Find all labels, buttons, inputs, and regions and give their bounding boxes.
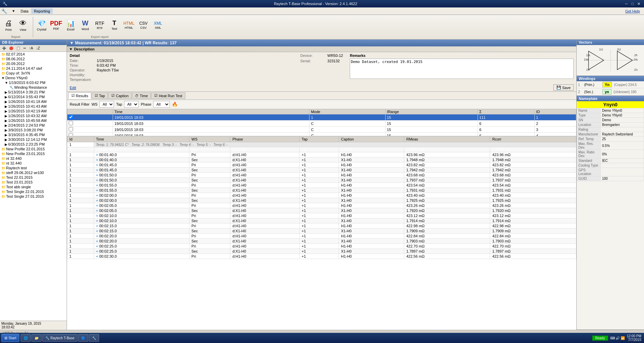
results-data-row[interactable]: 1 + 00:02:10.0 Pri d:H1-H0 +1 H1-H0 423.… — [67, 213, 576, 218]
results-data-row[interactable]: 1 + 00:02:20.0 Sec d:X1-H0 +1 X1-H0 1.79… — [67, 239, 576, 244]
col-tap-header[interactable]: Tap — [299, 136, 339, 142]
expand-icon[interactable]: + — [96, 153, 98, 157]
db-tree-item[interactable]: ▶1/26/2015 10:41:43 AM — [0, 104, 67, 109]
col-mode[interactable]: Mode — [309, 109, 385, 114]
expand-icon[interactable]: + — [96, 214, 98, 218]
results-data-row[interactable]: 1 + 00:02:15.0 Pri d:H1-H0 +1 H1-H0 422.… — [67, 223, 576, 229]
start-button[interactable]: ⊞ Start — [1, 334, 19, 342]
expand-icon[interactable]: + — [96, 219, 98, 223]
ws-filter-select[interactable]: All123 — [99, 101, 114, 108]
db-tree-item[interactable]: ▼1/19/2015 6:03:42 PM — [0, 80, 67, 85]
col-time[interactable]: Time — [113, 109, 309, 114]
results-data-row[interactable]: 1 + 00:02:00.0 Pri d:H1-H0 +1 H1-H0 423.… — [67, 193, 576, 198]
tap-filter-select[interactable]: All+1+2+3 — [124, 101, 139, 108]
results-data-row[interactable]: 1 + 00:02:25.0 Pri d:H1-H0 +1 H1-H0 422.… — [67, 244, 576, 249]
col-rcorr-header[interactable]: Rcorr — [490, 136, 576, 142]
col-rmeas-header[interactable]: RMeas — [404, 136, 490, 142]
db-tree-item[interactable]: ▶1/26/2015 10:45:58 AM — [0, 118, 67, 123]
menu-reporting[interactable]: Reporting — [31, 8, 53, 14]
db-tree-winding-resistance[interactable]: 🔧Winding Resistance — [0, 85, 67, 90]
results-data-row[interactable]: 1 + 00:02:30.0 Pri d:H1-H0 +1 H1-H0 422.… — [67, 254, 576, 259]
meas-checkbox[interactable] — [69, 121, 73, 125]
db-tree-item[interactable]: 📁Test 22.01.2015 — [0, 175, 67, 180]
results-data-row[interactable]: 1 + 00:01:40.0 Sec d:X1-H0 +1 X1-H0 1.79… — [67, 157, 576, 163]
results-data-row[interactable]: 1 + 00:02:25.0 Sec d:X1-H0 +1 X1-H0 1.78… — [67, 249, 576, 254]
results-data-row[interactable]: 1 + 00:01:50.0 Pri d:H1-H0 +1 H1-H0 423.… — [67, 173, 576, 178]
app-menu-button[interactable]: ▼ — [9, 8, 18, 15]
tab-caption[interactable]: ☑ Caption — [108, 92, 132, 99]
rtf-button[interactable]: RTF RTF — [93, 16, 107, 35]
db-tree-item[interactable]: 📁02.07.2014 — [0, 52, 67, 57]
expand-icon[interactable]: + — [96, 239, 98, 243]
db-sort-desc-button[interactable]: ↓Z — [35, 46, 41, 51]
print-button[interactable]: 🖨 Print — [1, 16, 16, 35]
results-data-row[interactable]: 1 + 00:01:45.0 Sec d:X1-H0 +1 X1-H0 1.79… — [67, 168, 576, 173]
taskbar-item-app[interactable]: 🔧 — [89, 334, 99, 342]
expand-icon[interactable]: + — [96, 158, 98, 162]
description-header[interactable]: ▼ Description — [67, 46, 576, 52]
db-tree-item[interactable]: 📁New Profile 22.01.2015 — [0, 147, 67, 151]
meas-list-row[interactable]: 19/01/2015 18:03 1 15 111 1 — [67, 114, 576, 121]
minimize-button[interactable]: ─ — [624, 1, 629, 6]
expand-icon[interactable]: + — [96, 203, 98, 208]
meas-list-row[interactable]: 19/01/2015 18:03 C 15 6 2 — [67, 121, 576, 127]
meas-checkbox[interactable] — [69, 115, 73, 119]
db-tree-item[interactable]: 📁08.06.2012 — [0, 57, 67, 61]
db-tree-item[interactable]: 📁24.11.2014 14:47 stef — [0, 66, 67, 71]
col-irange[interactable]: IRange — [385, 109, 478, 114]
expand-icon[interactable]: + — [96, 229, 98, 233]
results-data-row[interactable]: 1 + 00:02:05.0 Pri d:H1-H0 +1 H1-H0 423.… — [67, 203, 576, 208]
restore-button[interactable]: □ — [630, 1, 635, 6]
db-tree-item[interactable]: 📁Test 23.01.2015 — [0, 180, 67, 185]
expand-icon[interactable]: + — [96, 168, 98, 172]
db-tree-item[interactable]: 📁steff 29.06.2012 wr100 — [0, 170, 67, 175]
results-data-row[interactable]: 1 + 00:02:15.0 Sec d:X1-H0 +1 X1-H0 1.79… — [67, 229, 576, 234]
save-button[interactable]: 💾 Save — [553, 84, 574, 91]
expand-icon[interactable]: + — [96, 234, 98, 238]
results-data-row[interactable]: 1 + 00:01:55.0 Sec d:X1-H0 +1 X1-H0 1.79… — [67, 188, 576, 193]
expand-icon[interactable]: + — [96, 254, 98, 258]
db-remove-button[interactable]: 🔴 — [8, 46, 15, 51]
phase-filter-select[interactable]: AllPriSec — [153, 101, 170, 108]
xml-button[interactable]: XML XML — [151, 16, 165, 35]
results-data-row[interactable]: 1 • 00:01:35.0 Sec d:X1-H0 +1 X1-H0 1.79… — [67, 147, 576, 152]
db-tree-item[interactable]: ▶1/26/2015 10:42:19 AM — [0, 109, 67, 113]
results-data-row[interactable]: 1 + 00:02:05.0 Sec d:X1-H0 +1 X1-H0 1.79… — [67, 208, 576, 213]
db-tree-item[interactable]: 📁New Profile 23.01.2015 — [0, 151, 67, 156]
col-phase-header[interactable]: Phase — [230, 136, 300, 142]
expand-icon[interactable]: + — [96, 193, 98, 197]
html-button[interactable]: HTML HTML — [122, 16, 136, 35]
db-tree-item[interactable]: ▼Demo YNyn0 — [0, 76, 67, 80]
edit-link[interactable]: Edit — [70, 86, 76, 90]
expand-icon[interactable]: + — [96, 249, 98, 253]
db-tree-item[interactable]: 📁Copy of: 3xYN — [0, 71, 67, 76]
results-data-row[interactable]: 1 + 00:01:55.0 Pri d:H1-H0 +1 H1-H0 423.… — [67, 183, 576, 188]
db-tree-item[interactable]: 📁nt 32.440 — [0, 156, 67, 161]
db-tree-item[interactable]: 📁20.09.2012 — [0, 61, 67, 66]
menu-data[interactable]: Data — [18, 8, 31, 14]
db-tree-item[interactable]: 📁Test abb single — [0, 185, 67, 189]
collapse-arrow[interactable]: ▼ — [70, 41, 74, 45]
tab-heat-run-test[interactable]: ☑ Heat Run Test — [151, 92, 185, 99]
col-caption-header[interactable]: Caption — [339, 136, 404, 142]
meas-list-row[interactable]: 19/01/2015 18:03 C 15 6 3 — [67, 127, 576, 133]
db-sort-asc-button[interactable]: ↑A — [28, 46, 34, 51]
results-data-row[interactable]: 1 + 00:02:10.0 Sec d:X1-H0 +1 X1-H0 1.79… — [67, 218, 576, 223]
results-data-row[interactable]: 1 + 00:02:20.0 Pri d:H1-H0 +1 H1-H0 422.… — [67, 234, 576, 239]
get-help-link[interactable]: Get Help — [625, 9, 643, 13]
db-tree-item[interactable]: 📁Test Single 27.01.2015 — [0, 194, 67, 199]
db-tree-item[interactable]: 📁Test Single 22.01.2015 — [0, 189, 67, 194]
taskbar-item-ie[interactable]: 🌐 — [21, 334, 31, 342]
db-tree-item[interactable]: ▶6/12/2014 3:55:43 PM — [0, 94, 67, 99]
crystal-button[interactable]: 💎 Crystal — [34, 16, 49, 35]
expand-icon[interactable]: + — [96, 244, 98, 248]
db-tree-item[interactable]: ▶3/19/2015 4:35:45 PM — [0, 132, 67, 137]
results-data-row[interactable]: 1 + 00:02:00.0 Sec d:X1-H0 +1 X1-H0 1.79… — [67, 198, 576, 203]
close-button[interactable]: ✕ — [636, 1, 641, 6]
col-id[interactable]: ID — [535, 109, 576, 114]
results-data-row[interactable]: 1 + 00:01:50.0 Sec d:X1-H0 +1 X1-H0 1.79… — [67, 178, 576, 183]
tab-results[interactable]: ☑ Results — [68, 92, 91, 99]
remarks-textarea[interactable]: Demo Dataset, created 19.01.2015 — [350, 59, 574, 79]
expand-icon[interactable]: + — [96, 173, 98, 177]
col-time-header[interactable]: Time — [94, 136, 189, 142]
